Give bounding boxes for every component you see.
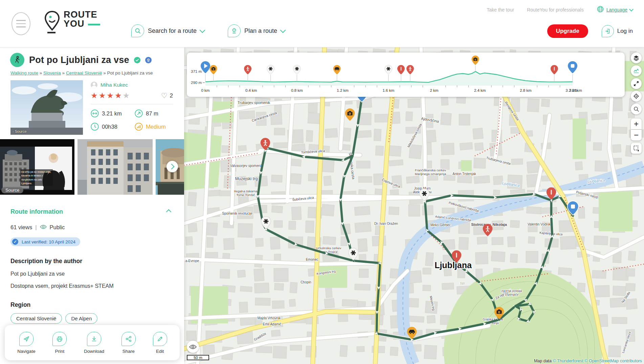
upgrade-button[interactable]: Upgrade	[547, 24, 588, 38]
breadcrumb-item[interactable]: Slovenia	[43, 70, 61, 76]
locate-button[interactable]	[631, 91, 642, 102]
svg-text:Dr. Ivan Oražen: Dr. Ivan Oražen	[374, 222, 398, 226]
menu-button[interactable]	[12, 12, 30, 35]
star-icon[interactable]: ★	[107, 91, 115, 100]
header-top-links: Take the tour RouteYou for professionals…	[487, 5, 633, 14]
x-axis-tick-label: 2 km	[430, 88, 439, 92]
route-title: Pot po Ljubljani za vse	[29, 55, 129, 65]
elevation-marker-poi[interactable]	[293, 65, 301, 74]
elevation-marker-camera[interactable]	[472, 56, 479, 65]
check-icon: ✓	[12, 239, 18, 245]
logo-text: ROUTE YOU	[64, 10, 100, 28]
star-icon[interactable]: ★	[115, 91, 123, 100]
navigate-button[interactable]: Navigate	[17, 332, 35, 354]
zoom-in-button[interactable]: +	[631, 119, 642, 129]
star-icon[interactable]: ★	[91, 91, 99, 100]
visibility-label: Public	[50, 224, 65, 231]
elevation-marker-person[interactable]	[244, 65, 251, 74]
x-axis-tick-label: 0 km	[201, 88, 210, 92]
video-source-label[interactable]: Source	[1, 187, 23, 193]
elevation-marker-bar[interactable]	[551, 65, 558, 74]
box-zoom-button[interactable]	[631, 143, 642, 154]
elevation-toggle-button[interactable]	[631, 65, 642, 76]
elevation-marker-poi[interactable]	[385, 65, 392, 74]
video-subtitle: na vrhu pa so restavracija, kavarna in t…	[20, 169, 53, 186]
route-main-photo[interactable]: - Source	[10, 80, 83, 135]
region-tag[interactable]: Centraal Slovenië	[10, 313, 62, 324]
photo-thumbnail[interactable]	[77, 139, 153, 195]
nav-plan-route[interactable]: Plan a route	[228, 24, 285, 37]
photos-next-button[interactable]	[166, 161, 178, 172]
svg-text:Tome Tomšič: Tome Tomšič	[236, 193, 255, 197]
heart-icon[interactable]: ♡	[161, 92, 168, 99]
chevron-down-icon	[200, 27, 205, 33]
video-thumbnail[interactable]: na vrhu pa so restavracija, kavarna in t…	[0, 139, 74, 195]
globe-icon	[597, 5, 604, 14]
edit-button[interactable]: Edit	[153, 332, 167, 354]
route-information-section: Route information 61 views | Public ✓ La…	[0, 195, 184, 324]
map-pin-icon	[228, 24, 241, 37]
y-axis-min-label: 290 m	[191, 81, 202, 85]
x-axis-tick-label: 0.8 km	[291, 88, 303, 92]
map-scale: 50 m	[187, 355, 209, 360]
breadcrumb: Walking route » Slovenia » Centraal Slov…	[0, 67, 184, 76]
svg-text:Emil Adamič: Emil Adamič	[263, 322, 281, 326]
nav-search-route[interactable]: Search for a route	[131, 24, 204, 37]
routeyou-logo[interactable]: ROUTE YOU	[43, 10, 100, 36]
map-attribution: Map data © Thunderforest © OpenStreetMap…	[534, 359, 642, 363]
map[interactable]: Trubarjev spomenikCankarjeva cestaTomšič…	[184, 47, 644, 364]
region-tag[interactable]: De Alpen	[65, 313, 97, 324]
x-axis-tick-label: 1.2 km	[337, 88, 349, 92]
fullscreen-button[interactable]	[631, 78, 642, 89]
chevron-down-icon	[280, 27, 286, 33]
x-axis-tick-label: 1.6 km	[383, 88, 395, 92]
app-header: ROUTE YOU Search for a route Plan a rout…	[0, 0, 644, 47]
y-axis-max-label: 371 m	[191, 69, 202, 73]
rating-stars[interactable]: ★★★★★	[91, 92, 131, 100]
search-map-button[interactable]	[631, 104, 642, 114]
elevation-marker-camera[interactable]	[210, 65, 217, 74]
login-button[interactable]: Log in	[602, 25, 633, 37]
elevation-marker-end[interactable]	[568, 61, 578, 74]
take-tour-link[interactable]: Take the tour	[487, 7, 514, 13]
download-button[interactable]: Download	[84, 332, 104, 354]
language-selector[interactable]: Language	[597, 5, 633, 14]
share-button[interactable]: Share	[121, 332, 136, 354]
svg-text:Spomenik revolucije: Spomenik revolucije	[222, 212, 252, 215]
author-link[interactable]: Miha Kukec	[101, 82, 128, 88]
elevation-marker-car[interactable]	[333, 65, 341, 74]
x-axis-tick-label: 2.8 km	[520, 88, 532, 92]
breadcrumb-item[interactable]: Centraal Slovenië	[66, 70, 102, 76]
stat-duration: 00h38	[91, 123, 135, 131]
osm-link[interactable]: © OpenStreetMap contributors	[584, 359, 642, 363]
login-icon	[602, 25, 614, 37]
print-button[interactable]: Print	[52, 332, 67, 354]
stat-ascent: 87 m	[135, 109, 175, 117]
elevation-marker-person[interactable]	[406, 65, 414, 74]
breadcrumb-item[interactable]: Walking route	[10, 70, 38, 76]
route-sidebar: Pot po Ljubljani za vse Walking route » …	[0, 47, 184, 364]
elevation-marker-start[interactable]	[200, 61, 210, 74]
photo-source-label[interactable]: - Source	[13, 129, 27, 133]
star-icon[interactable]: ★	[99, 91, 107, 100]
elevation-profile[interactable]: 371 m290 m0 km0.4 km0.8 km1.2 km1.6 km2 …	[187, 52, 625, 97]
star-icon[interactable]: ★	[123, 91, 131, 100]
zoom-out-button[interactable]: −	[631, 130, 642, 141]
views-count: 61 views	[10, 224, 32, 231]
svg-text:Uršulinska cerkev: Uršulinska cerkev	[316, 246, 341, 250]
award-badge	[145, 57, 152, 63]
layers-button[interactable]	[631, 52, 642, 63]
region-title: Region	[10, 301, 174, 308]
x-axis-tick-label: 2.4 km	[474, 88, 486, 92]
distance-icon	[91, 109, 99, 117]
clock-icon	[91, 123, 99, 131]
professionals-link[interactable]: RouteYou for professionals	[527, 7, 584, 13]
total-distance-label: 3.21km	[569, 88, 582, 92]
elevation-marker-bar[interactable]	[397, 65, 405, 74]
collapse-chevron-icon[interactable]	[166, 209, 172, 215]
elevation-marker-poi[interactable]	[267, 65, 274, 74]
toggle-pois-button[interactable]	[187, 341, 199, 353]
logo-accent-dash	[88, 24, 100, 25]
chevron-down-icon	[629, 7, 634, 12]
thunderforest-link[interactable]: © Thunderforest	[553, 359, 583, 363]
